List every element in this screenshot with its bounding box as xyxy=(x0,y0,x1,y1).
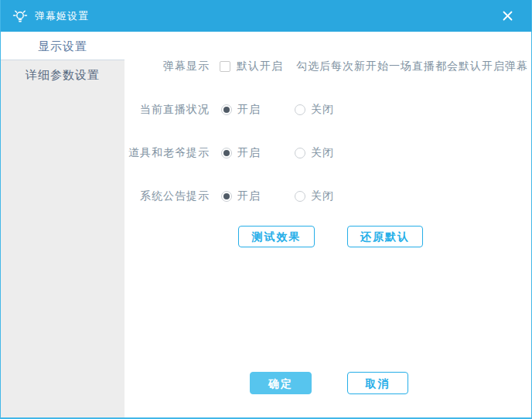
cancel-button[interactable]: 取消 xyxy=(347,372,408,394)
radio-unchecked-icon[interactable] xyxy=(295,191,305,202)
test-effect-button[interactable]: 测试效果 xyxy=(238,226,315,247)
settings-window: 弹幕姬设置 显示设置 详细参数设置 弹幕显示 默认开启 勾选后每次新开始一场直播… xyxy=(0,0,532,419)
row-label: 道具和老爷提示 xyxy=(124,146,210,160)
window-title: 弹幕姬设置 xyxy=(35,9,89,23)
checkbox-label[interactable]: 默认开启 xyxy=(237,60,283,73)
close-button[interactable] xyxy=(499,7,517,25)
lightbulb-icon xyxy=(12,9,28,24)
radio-checked-icon[interactable] xyxy=(221,104,232,115)
radio-option-on[interactable]: 开启 xyxy=(221,189,261,203)
radio-unchecked-icon[interactable] xyxy=(295,104,305,115)
row-label: 当前直播状况 xyxy=(124,103,210,117)
radio-option-on[interactable]: 开启 xyxy=(221,146,261,160)
default-open-checkbox[interactable] xyxy=(220,61,230,72)
radio-option-off[interactable]: 关闭 xyxy=(295,146,334,160)
live-status-row: 当前直播状况 开启 关闭 xyxy=(124,102,531,118)
radio-label: 关闭 xyxy=(311,103,334,117)
radio-option-off[interactable]: 关闭 xyxy=(295,103,334,117)
confirm-button[interactable]: 确定 xyxy=(250,372,312,394)
radio-label: 关闭 xyxy=(311,189,334,203)
radio-label: 开启 xyxy=(237,189,261,203)
settings-content: 弹幕显示 默认开启 勾选后每次新开始一场直播都会默认开启弹幕 当前直播状况 开启… xyxy=(124,32,531,417)
radio-label: 关闭 xyxy=(311,146,334,160)
radio-checked-icon[interactable] xyxy=(221,148,232,158)
radio-option-on[interactable]: 开启 xyxy=(221,103,261,117)
row-label: 系统公告提示 xyxy=(124,189,210,203)
system-notice-row: 系统公告提示 开启 关闭 xyxy=(124,189,531,204)
radio-label: 开启 xyxy=(237,103,261,117)
radio-option-off[interactable]: 关闭 xyxy=(295,189,334,203)
radio-label: 开启 xyxy=(237,146,261,160)
checkbox-hint: 勾选后每次新开始一场直播都会默认开启弹幕 xyxy=(296,60,528,73)
radio-unchecked-icon[interactable] xyxy=(295,148,305,158)
sidebar-item-display-settings[interactable]: 显示设置 xyxy=(1,32,124,60)
restore-default-button[interactable]: 还原默认 xyxy=(347,226,423,247)
titlebar: 弹幕姬设置 xyxy=(0,0,532,32)
gift-notice-row: 道具和老爷提示 开启 关闭 xyxy=(124,145,531,161)
sidebar-item-detail-settings[interactable]: 详细参数设置 xyxy=(1,60,124,89)
radio-checked-icon[interactable] xyxy=(221,191,232,202)
sidebar: 显示设置 详细参数设置 xyxy=(1,32,124,417)
danmaku-display-row: 弹幕显示 默认开启 勾选后每次新开始一场直播都会默认开启弹幕 xyxy=(124,59,531,74)
row-label: 弹幕显示 xyxy=(124,60,210,73)
